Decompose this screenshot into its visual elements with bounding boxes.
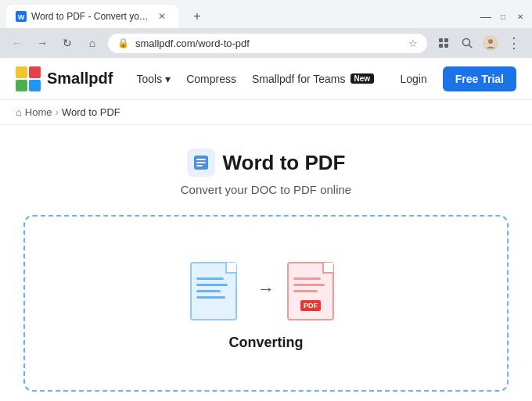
teams-label: Smallpdf for Teams bbox=[252, 73, 346, 85]
tools-chevron-icon: ▾ bbox=[165, 73, 171, 85]
svg-rect-17 bbox=[196, 165, 203, 166]
svg-rect-4 bbox=[439, 44, 443, 48]
svg-rect-5 bbox=[444, 44, 448, 48]
browser-window: W Word to PDF - Convert your DOC... ✕ + … bbox=[0, 0, 532, 401]
doc-fold bbox=[225, 263, 236, 274]
site-navigation: Smallpdf Tools ▾ Compress Smallpdf for T… bbox=[0, 58, 532, 100]
close-button[interactable]: ✕ bbox=[515, 11, 526, 22]
page-content: Smallpdf Tools ▾ Compress Smallpdf for T… bbox=[0, 58, 532, 401]
svg-rect-16 bbox=[196, 162, 206, 163]
svg-rect-3 bbox=[444, 38, 448, 42]
bookmark-icon: ☆ bbox=[408, 38, 418, 49]
forward-button[interactable]: → bbox=[33, 34, 52, 52]
main-content: Word to PDF Convert your DOC to PDF onli… bbox=[0, 125, 532, 401]
tools-label: Tools bbox=[136, 73, 162, 85]
home-button[interactable]: ⌂ bbox=[83, 34, 102, 52]
tab-close-button[interactable]: ✕ bbox=[155, 9, 169, 23]
url-text: smallpdf.com/word-to-pdf bbox=[135, 38, 402, 49]
pdf-icon: PDF bbox=[287, 256, 342, 322]
breadcrumb-current: Word to PDF bbox=[62, 106, 120, 118]
tab-favicon: W bbox=[16, 11, 27, 22]
pdf-label: PDF bbox=[300, 300, 321, 311]
svg-rect-12 bbox=[16, 80, 27, 91]
teams-link[interactable]: Smallpdf for Teams New bbox=[244, 68, 382, 90]
page-subtitle: Convert your DOC to PDF online bbox=[181, 183, 351, 196]
refresh-button[interactable]: ↻ bbox=[58, 34, 77, 52]
word-doc-icon bbox=[190, 256, 245, 322]
svg-rect-15 bbox=[196, 159, 206, 160]
logo[interactable]: Smallpdf bbox=[16, 66, 113, 91]
word-to-pdf-icon bbox=[192, 154, 210, 171]
toolbar-icons: ⋮ bbox=[433, 33, 524, 53]
doc-lines bbox=[196, 277, 231, 299]
new-badge: New bbox=[350, 73, 375, 84]
login-button[interactable]: Login bbox=[390, 68, 436, 90]
svg-rect-2 bbox=[439, 38, 443, 42]
window-controls: — □ ✕ bbox=[480, 11, 526, 22]
svg-point-9 bbox=[488, 39, 493, 44]
compress-label: Compress bbox=[186, 73, 236, 85]
browser-tab[interactable]: W Word to PDF - Convert your DOC... ✕ bbox=[6, 5, 178, 28]
svg-line-7 bbox=[469, 45, 473, 48]
arrow-icon: → bbox=[257, 279, 275, 299]
svg-text:W: W bbox=[18, 13, 25, 21]
home-icon: ⌂ bbox=[16, 106, 22, 118]
svg-rect-10 bbox=[16, 66, 27, 78]
lock-icon: 🔒 bbox=[117, 38, 129, 48]
address-bar-row: ← → ↻ ⌂ 🔒 smallpdf.com/word-to-pdf ☆ bbox=[0, 28, 532, 58]
tab-title: Word to PDF - Convert your DOC... bbox=[31, 11, 150, 22]
drop-zone[interactable]: → PDF bbox=[23, 215, 509, 392]
maximize-button[interactable]: □ bbox=[498, 11, 509, 22]
extensions-button[interactable] bbox=[433, 33, 454, 53]
pdf-fold bbox=[322, 263, 333, 274]
breadcrumb: ⌂ Home › Word to PDF bbox=[0, 100, 532, 125]
profile-avatar[interactable] bbox=[480, 33, 501, 53]
breadcrumb-separator: › bbox=[56, 106, 59, 118]
address-bar[interactable]: 🔒 smallpdf.com/word-to-pdf ☆ bbox=[108, 34, 427, 53]
page-title-icon bbox=[187, 149, 215, 177]
title-bar: W Word to PDF - Convert your DOC... ✕ + … bbox=[0, 0, 532, 28]
logo-text: Smallpdf bbox=[47, 70, 113, 88]
svg-rect-13 bbox=[29, 80, 41, 91]
conversion-animation: → PDF bbox=[190, 256, 342, 322]
pdf-lines bbox=[293, 277, 328, 292]
free-trial-button[interactable]: Free Trial bbox=[443, 66, 516, 91]
breadcrumb-home-label: Home bbox=[25, 106, 52, 118]
back-button[interactable]: ← bbox=[8, 34, 27, 52]
menu-button[interactable]: ⋮ bbox=[504, 33, 524, 53]
page-title-area: Word to PDF bbox=[187, 149, 346, 177]
compress-link[interactable]: Compress bbox=[178, 68, 244, 90]
tools-menu[interactable]: Tools ▾ bbox=[128, 68, 178, 90]
search-button[interactable] bbox=[457, 33, 477, 53]
svg-rect-11 bbox=[29, 66, 41, 78]
breadcrumb-home[interactable]: ⌂ Home bbox=[16, 106, 52, 118]
logo-icon bbox=[16, 66, 41, 91]
new-tab-button[interactable]: + bbox=[188, 7, 207, 26]
page-title: Word to PDF bbox=[223, 151, 346, 175]
converting-area: → PDF bbox=[190, 256, 342, 351]
converting-label: Converting bbox=[228, 335, 303, 351]
minimize-button[interactable]: — bbox=[480, 11, 491, 22]
